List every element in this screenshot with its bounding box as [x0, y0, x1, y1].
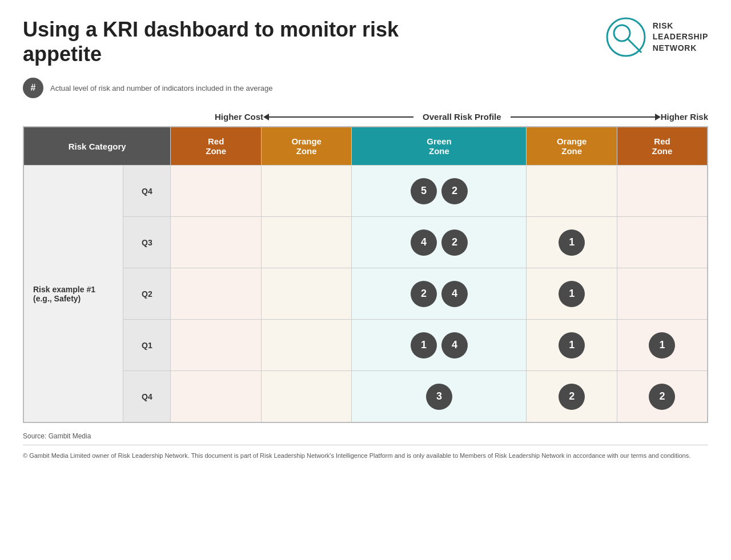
orange-right-cell — [527, 166, 617, 217]
orange-right-cell: 2 — [527, 371, 617, 422]
orange-left-cell — [261, 320, 351, 371]
axis-row: Higher Cost Overall Risk Profile Higher … — [23, 112, 708, 122]
indicator-badge: 1 — [559, 281, 585, 307]
green-cell: 14 — [352, 320, 527, 371]
orange-left-cell — [261, 371, 351, 422]
footer-divider — [23, 445, 708, 445]
legend-description: Actual level of risk and number of indic… — [50, 84, 273, 92]
axis-center-label: Overall Risk Profile — [413, 112, 511, 122]
logo-area: RISKLEADERSHIPNETWORK — [606, 17, 708, 57]
indicator-badge: 3 — [426, 384, 452, 410]
orange-right-cell: 1 — [527, 217, 617, 268]
svg-point-1 — [614, 25, 630, 41]
indicator-badge: 4 — [441, 281, 468, 307]
svg-line-2 — [628, 39, 641, 53]
red-right-cell: 2 — [617, 371, 708, 422]
red-right-cell — [617, 166, 708, 217]
th-red-right: RedZone — [617, 127, 708, 166]
quarter-cell: Q4 — [123, 371, 171, 422]
arrow-tip-right — [655, 114, 661, 120]
red-left-cell — [171, 371, 261, 422]
indicator-badge: 1 — [411, 332, 437, 358]
orange-left-cell — [261, 217, 351, 268]
red-right-cell: 1 — [617, 320, 708, 371]
arrow-tip-left — [263, 114, 269, 120]
right-arrow — [511, 114, 661, 120]
green-cell: 42 — [352, 217, 527, 268]
th-green: GreenZone — [352, 127, 527, 166]
table-row: Q2241 — [23, 268, 708, 320]
footer-text: © Gambit Media Limited owner of Risk Lea… — [23, 451, 708, 461]
indicator-badge: 2 — [411, 281, 437, 307]
axis-left-label: Higher Cost — [215, 112, 263, 122]
indicator-badge: 1 — [559, 332, 585, 358]
table-row: Q4322 — [23, 371, 708, 422]
orange-right-cell: 1 — [527, 268, 617, 320]
red-right-cell — [617, 268, 708, 320]
orange-left-cell — [261, 166, 351, 217]
orange-right-cell: 1 — [527, 320, 617, 371]
th-red-left: RedZone — [171, 127, 261, 166]
indicator-badge: 2 — [441, 229, 468, 256]
quarter-cell: Q4 — [123, 166, 171, 217]
axis-right-label: Higher Risk — [661, 112, 708, 122]
indicator-badge: 2 — [441, 178, 468, 204]
legend-badge-symbol: # — [31, 83, 36, 93]
axis-line-left — [269, 116, 413, 118]
green-cell: 3 — [352, 371, 527, 422]
left-arrow — [263, 114, 413, 120]
indicator-badge: 2 — [649, 384, 675, 410]
quarter-cell: Q2 — [123, 268, 171, 320]
axis-line-right — [511, 116, 655, 118]
red-left-cell — [171, 217, 261, 268]
indicator-badge: 4 — [441, 332, 468, 358]
table-row: Q3421 — [23, 217, 708, 268]
indicator-badge: 1 — [559, 229, 585, 256]
indicator-badge: 5 — [411, 178, 437, 204]
category-name: Risk example #1(e.g., Safety) — [23, 166, 123, 422]
table-row: Q11411 — [23, 320, 708, 371]
th-orange-left: OrangeZone — [261, 127, 351, 166]
indicator-badge: 4 — [411, 229, 437, 256]
red-left-cell — [171, 268, 261, 320]
quarter-cell: Q1 — [123, 320, 171, 371]
red-left-cell — [171, 166, 261, 217]
risk-table: Risk Category RedZone OrangeZone GreenZo… — [23, 126, 708, 423]
indicator-badge: 1 — [649, 332, 675, 358]
th-risk-category: Risk Category — [23, 127, 171, 166]
green-cell: 24 — [352, 268, 527, 320]
red-left-cell — [171, 320, 261, 371]
indicator-badge: 2 — [559, 384, 585, 410]
page-header: Using a KRI dashboard to monitor risk ap… — [23, 17, 708, 66]
logo-icon — [606, 17, 646, 57]
logo-text: RISKLEADERSHIPNETWORK — [653, 21, 708, 54]
page-title: Using a KRI dashboard to monitor risk ap… — [23, 17, 451, 66]
red-right-cell — [617, 217, 708, 268]
quarter-cell: Q3 — [123, 217, 171, 268]
legend-row: # Actual level of risk and number of ind… — [23, 78, 708, 98]
legend-badge: # — [23, 78, 43, 98]
green-cell: 52 — [352, 166, 527, 217]
th-orange-right: OrangeZone — [527, 127, 617, 166]
orange-left-cell — [261, 268, 351, 320]
source-text: Source: Gambit Media — [23, 432, 708, 440]
table-row: Risk example #1(e.g., Safety)Q452 — [23, 166, 708, 217]
